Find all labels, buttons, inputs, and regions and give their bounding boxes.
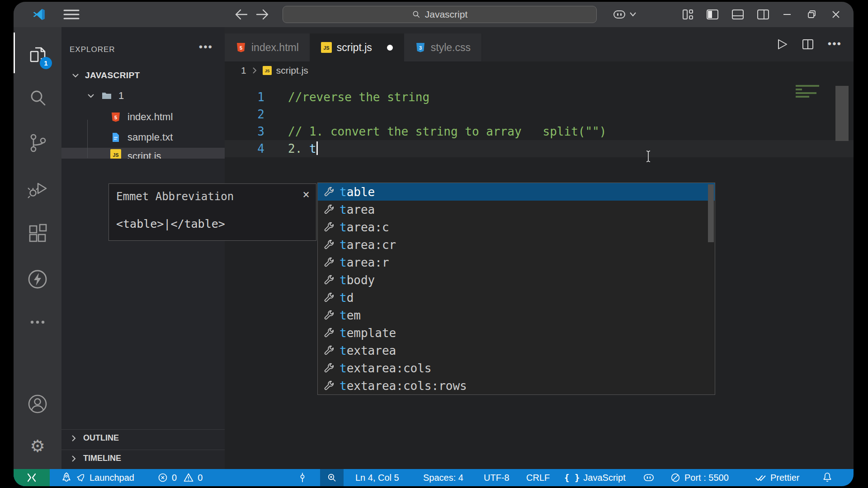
menu-icon[interactable] [63, 9, 80, 20]
settings-gear-icon[interactable]: ⚙ [26, 436, 49, 458]
double-check-icon [755, 472, 767, 483]
maximize-restore-icon[interactable] [806, 9, 817, 20]
account-icon[interactable] [26, 393, 49, 415]
minimap[interactable] [796, 85, 822, 99]
encoding-status[interactable]: UTF-8 [484, 469, 509, 486]
suggest-item-tarea:c[interactable]: tarea:c [318, 218, 715, 236]
code-text: // 1. convert the string to array split(… [288, 123, 606, 140]
breadcrumb-folder[interactable]: 1 [241, 65, 246, 76]
suggest-scrollbar[interactable] [708, 184, 714, 242]
chevron-down-icon[interactable] [629, 12, 637, 17]
warnings-icon [183, 472, 194, 483]
customize-layout-icon[interactable] [682, 9, 693, 20]
file-row-index.html[interactable]: 5index.html [61, 109, 225, 125]
folder-row[interactable]: 1 [61, 88, 225, 104]
workspace-label: JAVASCRIPT [85, 70, 140, 80]
suggest-item-tarea[interactable]: tarea [318, 201, 715, 218]
suggest-item-tbody[interactable]: tbody [318, 271, 715, 289]
editor-scrollbar[interactable] [835, 86, 849, 141]
close-icon[interactable]: × [302, 188, 310, 201]
line-col-label: Ln 4, Col 5 [355, 473, 399, 483]
remote-icon [26, 473, 37, 483]
toggle-secondary-sidebar-icon[interactable] [757, 9, 769, 20]
code-line-4[interactable]: 42. t [225, 140, 854, 157]
tab-style.css[interactable]: 3style.css [404, 33, 482, 61]
chevron-right-icon [69, 433, 79, 443]
explorer-header: EXPLORER [70, 45, 115, 54]
eol-status[interactable]: CRLF [526, 469, 550, 486]
suggest-item-textarea[interactable]: textarea [318, 342, 715, 359]
snippet-wrench-icon [323, 204, 335, 216]
thunder-client-icon[interactable] [26, 268, 49, 291]
extensions-icon[interactable] [26, 222, 49, 245]
outline-label: OUTLINE [83, 433, 119, 443]
workspace-row[interactable]: JAVASCRIPT [61, 67, 225, 84]
remote-indicator[interactable] [14, 469, 50, 486]
close-icon[interactable] [830, 9, 842, 20]
folder-icon [101, 90, 112, 101]
code-line-3[interactable]: 3// 1. convert the string to array split… [225, 123, 854, 140]
cursor-position-status[interactable]: Ln 4, Col 5 [355, 469, 399, 486]
suggest-item-textarea:cols[interactable]: textarea:cols [318, 359, 715, 377]
source-control-icon[interactable] [26, 131, 49, 154]
language-mode-status[interactable]: { } JavaScript [564, 469, 626, 486]
file-row-sample.txt[interactable]: sample.txt [61, 129, 225, 145]
live-server-port-status[interactable]: Port : 5500 [670, 469, 729, 486]
explorer-sidebar: EXPLORER ••• JAVASCRIPT 1 5index.htmlsam… [61, 27, 225, 469]
plug-indicator[interactable] [297, 469, 307, 486]
prettier-status[interactable]: Prettier [755, 469, 799, 486]
copilot-icon [643, 473, 655, 483]
problems-status[interactable]: 0 0 [157, 469, 203, 486]
css-file-icon: 3 [415, 42, 426, 53]
breadcrumb-file[interactable]: script.js [276, 65, 308, 76]
zoom-indicator[interactable] [320, 469, 344, 486]
suggest-item-td[interactable]: td [318, 289, 715, 306]
more-views-icon[interactable] [26, 311, 49, 333]
tab-script.js[interactable]: JSscript.js [310, 33, 404, 61]
snippet-wrench-icon [323, 257, 335, 268]
chevron-down-icon [86, 91, 96, 101]
minimize-icon[interactable] [781, 9, 793, 20]
explorer-icon[interactable]: 1 [26, 43, 49, 66]
emmet-popup-title: Emmet Abbreviation [116, 190, 234, 203]
toggle-sidebar-icon[interactable] [706, 9, 719, 20]
launchpad-status[interactable]: Launchpad [61, 469, 134, 486]
command-center-search[interactable]: Javascript [283, 6, 597, 23]
code-line-1[interactable]: 1//reverse the string [225, 89, 854, 106]
selected-file-row[interactable]: JS script.js [61, 148, 225, 159]
explorer-actions-icon[interactable]: ••• [199, 41, 213, 53]
suggest-item-template[interactable]: template [318, 324, 715, 342]
run-debug-icon[interactable] [26, 178, 49, 200]
suggest-item-tarea:r[interactable]: tarea:r [318, 253, 715, 271]
more-actions-icon[interactable]: ••• [828, 38, 842, 51]
timeline-panel-header[interactable]: TIMELINE [61, 450, 225, 467]
modified-dot-icon[interactable] [387, 45, 393, 51]
bell-icon [822, 472, 833, 483]
search-view-icon[interactable] [26, 86, 49, 109]
split-editor-icon[interactable] [802, 38, 814, 51]
back-arrow-icon[interactable] [234, 8, 248, 21]
js-file-icon: JS [263, 66, 272, 75]
copilot-icon[interactable] [613, 9, 626, 20]
suggest-item-textarea:cols:rows[interactable]: textarea:cols:rows [318, 377, 715, 394]
suggest-item-table[interactable]: table [318, 183, 715, 201]
js-file-icon: JS [321, 42, 332, 53]
outline-panel-header[interactable]: OUTLINE [61, 429, 225, 446]
indentation-status[interactable]: Spaces: 4 [423, 469, 463, 486]
copilot-status[interactable] [643, 469, 655, 486]
snippet-wrench-icon [323, 362, 335, 374]
suggest-item-tem[interactable]: tem [318, 306, 715, 324]
breadcrumb[interactable]: 1 JS script.js [225, 61, 854, 80]
forward-arrow-icon[interactable] [256, 8, 269, 21]
snippet-wrench-icon [323, 310, 335, 321]
toggle-panel-icon[interactable] [731, 9, 744, 20]
snippet-wrench-icon [323, 292, 335, 304]
run-button[interactable] [776, 38, 788, 51]
suggest-widget: tabletareatarea:ctarea:crtarea:rtbodytdt… [317, 183, 715, 395]
suggest-item-tarea:cr[interactable]: tarea:cr [318, 236, 715, 253]
svg-text:JS: JS [264, 69, 269, 73]
activity-bar: 1 ⚙ [14, 27, 61, 469]
notifications-status[interactable] [822, 469, 833, 486]
tab-index.html[interactable]: 5index.html [225, 33, 310, 61]
code-line-2[interactable]: 2 [225, 106, 854, 123]
